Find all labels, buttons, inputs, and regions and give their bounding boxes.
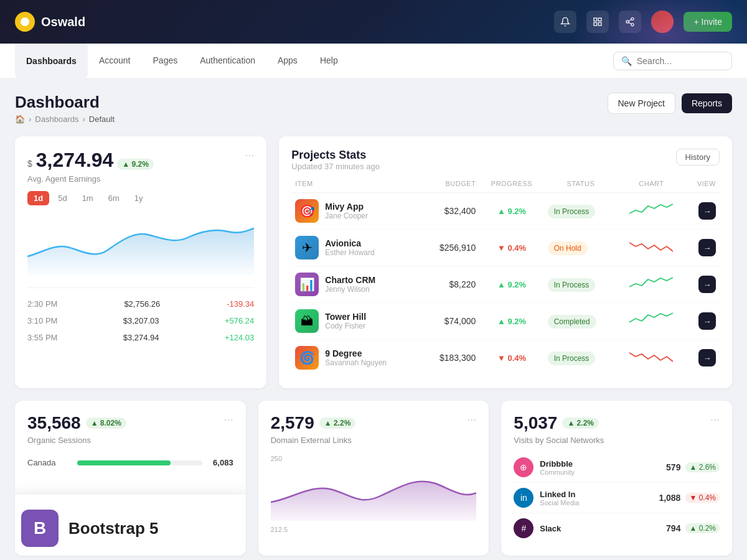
project-info-1: 🎯 Mivy App Jane Cooper — [295, 199, 418, 223]
project-name-2: Avionica — [325, 238, 374, 248]
earnings-badge: ▲ 9.2% — [117, 159, 154, 170]
progress-badge-2: ▼ 0.4% — [497, 243, 526, 253]
breadcrumb-home-icon: 🏠 — [15, 114, 25, 124]
status-cell-2: On Hold — [544, 230, 618, 266]
map-bar-container-canada — [77, 460, 202, 465]
period-tab-6m[interactable]: 6m — [102, 191, 126, 205]
view-button-5[interactable]: → — [698, 349, 716, 366]
project-avatar-1: 🎯 — [295, 199, 319, 223]
social-menu-icon[interactable]: ··· — [710, 413, 720, 426]
tab-dashboards[interactable]: Dashboards — [15, 44, 88, 78]
organic-menu-icon[interactable]: ··· — [224, 413, 233, 426]
budget-1: $32,400 — [422, 193, 480, 230]
status-cell-1: In Process — [544, 193, 618, 230]
search-icon: 🔍 — [621, 56, 632, 66]
sparkline-4 — [629, 311, 673, 329]
organic-header: 35,568 ▲ 8.02% Organic Sessions ··· — [27, 413, 233, 445]
view-button-3[interactable]: → — [698, 276, 716, 293]
map-row-canada: Canada 6,083 — [27, 455, 233, 470]
search-input[interactable] — [637, 56, 724, 66]
dribbble-type: Community — [540, 469, 666, 476]
view-button-4[interactable]: → — [698, 312, 716, 330]
search-area[interactable]: 🔍 — [613, 52, 732, 70]
project-item-cell-5: 🌀 9 Degree Savannah Nguyen — [291, 340, 421, 376]
period-tab-1m[interactable]: 1m — [76, 191, 100, 205]
period-tabs: 1d 5d 1m 6m 1y — [27, 191, 254, 205]
new-project-button[interactable]: New Project — [608, 93, 675, 114]
earnings-rows: 2:30 PM $2,756.26 -139.34 3:10 PM $3,207… — [27, 287, 254, 346]
project-item-cell-4: 🏔 Tower Hill Cody Fisher — [291, 303, 421, 340]
linkedin-icon: in — [514, 488, 533, 508]
top-nav: Oswald + Invite — [0, 0, 747, 44]
main-content: Dashboard 🏠 › Dashboards › Default New P… — [0, 78, 747, 560]
bootstrap-overlay: B Bootstrap 5 — [15, 495, 246, 556]
reports-button[interactable]: Reports — [682, 93, 732, 113]
row2-time: 3:10 PM — [27, 316, 57, 325]
sparkline-5 — [629, 348, 673, 365]
row1-time: 2:30 PM — [27, 299, 57, 309]
status-cell-4: Completed — [544, 303, 618, 340]
earnings-chart — [27, 213, 254, 278]
tab-pages[interactable]: Pages — [142, 44, 189, 78]
budget-3: $8,220 — [422, 266, 480, 303]
domain-value: 2,579 — [271, 413, 314, 433]
status-badge-5: In Process — [548, 352, 596, 365]
period-tab-1d[interactable]: 1d — [27, 191, 49, 205]
budget-2: $256,910 — [422, 230, 480, 266]
period-tab-5d[interactable]: 5d — [52, 191, 73, 205]
status-badge-4: Completed — [548, 315, 596, 329]
nav-icon-grid[interactable] — [586, 11, 609, 33]
view-button-2[interactable]: → — [698, 239, 716, 256]
social-amount-row: 5,037 ▲ 2.2% — [514, 413, 604, 433]
budget-4: $74,000 — [422, 303, 480, 340]
breadcrumb-default: Default — [89, 114, 115, 124]
organic-chart: Canada 6,083 — [27, 455, 233, 470]
earnings-info: $ 3,274.94 ▲ 9.2% Avg. Agent Earnings — [27, 149, 154, 184]
dribbble-name: Dribbble — [540, 459, 666, 469]
sparkline-cell-2 — [618, 230, 685, 266]
page-title: Dashboard — [15, 93, 115, 112]
earnings-menu-icon[interactable]: ··· — [245, 149, 254, 162]
tab-help[interactable]: Help — [309, 44, 349, 78]
period-tab-1y[interactable]: 1y — [128, 191, 149, 205]
linkedin-info: Linked In Social Media — [540, 490, 659, 506]
project-avatar-2: ✈ — [295, 236, 319, 259]
invite-button[interactable]: + Invite — [684, 12, 732, 32]
progress-2: ▼ 0.4% — [479, 230, 543, 266]
currency-symbol: $ — [27, 159, 32, 169]
map-bar-canada — [77, 460, 171, 465]
tab-authentication[interactable]: Authentication — [189, 44, 266, 78]
tab-apps[interactable]: Apps — [266, 44, 309, 78]
user-avatar[interactable] — [651, 11, 674, 33]
slack-count: 794 — [666, 523, 680, 533]
col-view: VIEW — [685, 175, 720, 193]
status-badge-1: In Process — [548, 205, 596, 218]
domain-info: 2,579 ▲ 2.2% Domain External Links — [271, 413, 356, 445]
canada-row: Canada 6,083 — [27, 455, 233, 470]
view-cell-2: → — [685, 230, 720, 266]
tab-account[interactable]: Account — [88, 44, 142, 78]
page-title-area: Dashboard 🏠 › Dashboards › Default — [15, 93, 115, 124]
nav-icon-notifications[interactable] — [554, 11, 576, 33]
dribbble-stats: 579 ▲ 2.6% — [666, 462, 720, 472]
history-button[interactable]: History — [676, 149, 720, 166]
breadcrumb-sep2: › — [82, 114, 85, 124]
view-cell-3: → — [685, 266, 720, 303]
progress-4: ▲ 9.2% — [479, 303, 543, 340]
breadcrumb-sep1: › — [29, 114, 31, 124]
app-name: Oswald — [41, 15, 85, 29]
slack-stats: 794 ▲ 0.2% — [666, 523, 720, 533]
dribbble-icon: ⊕ — [514, 457, 533, 477]
view-button-1[interactable]: → — [698, 202, 716, 220]
table-row: 🏔 Tower Hill Cody Fisher $74,000 ▲ 9.2% … — [291, 303, 720, 340]
earnings-row-2: 3:10 PM $3,207.03 +576.24 — [27, 312, 254, 329]
domain-menu-icon[interactable]: ··· — [467, 413, 476, 426]
project-text-2: Avionica Esther Howard — [325, 238, 374, 257]
organic-info: 35,568 ▲ 8.02% Organic Sessions — [27, 413, 126, 445]
projects-header: Projects Stats Updated 37 minutes ago Hi… — [291, 149, 720, 171]
logo-inner — [21, 17, 29, 26]
bootstrap-text: Bootstrap 5 — [68, 519, 158, 538]
nav-icon-share[interactable] — [619, 11, 641, 33]
project-owner-3: Jenny Wilson — [325, 285, 375, 294]
header-actions: New Project Reports — [608, 93, 733, 114]
